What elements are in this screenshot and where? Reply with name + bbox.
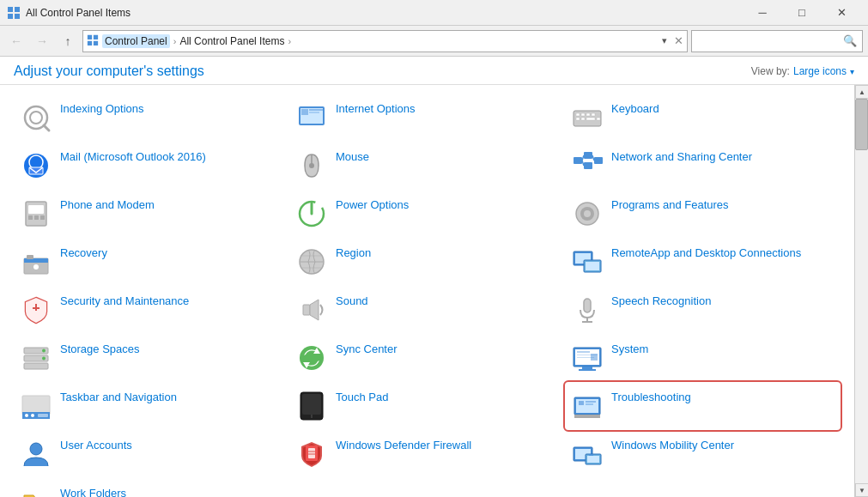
search-box[interactable]: 🔍 <box>691 30 863 52</box>
troubleshooting-icon <box>570 389 604 423</box>
item-sound[interactable]: Sound <box>289 286 565 334</box>
item-touch-pad[interactable]: Touch Pad <box>289 382 565 430</box>
search-input[interactable] <box>697 35 840 47</box>
svg-rect-38 <box>28 205 44 214</box>
svg-rect-32 <box>584 162 592 169</box>
svg-rect-79 <box>591 354 598 361</box>
recovery-label: Recovery <box>60 245 107 261</box>
view-by-chevron-icon[interactable]: ▾ <box>850 67 854 76</box>
item-security-maintenance[interactable]: Security and Maintenance <box>14 286 289 334</box>
item-remoteapp[interactable]: RemoteApp and Desktop Connections <box>565 238 841 286</box>
address-bar-input[interactable]: Control Panel › All Control Panel Items … <box>82 30 688 52</box>
address-folder-icon <box>87 33 99 48</box>
internet-options-icon <box>294 100 329 135</box>
item-taskbar-navigation[interactable]: Taskbar and Navigation <box>14 382 289 430</box>
svg-rect-90 <box>579 401 584 405</box>
minimize-button[interactable]: ─ <box>743 0 782 26</box>
svg-point-94 <box>30 443 42 455</box>
search-icon: 🔍 <box>843 34 857 47</box>
svg-point-82 <box>25 414 28 417</box>
item-indexing-options[interactable]: Indexing Options <box>14 94 289 142</box>
item-windows-defender[interactable]: Windows Defender Firewall <box>289 430 565 478</box>
svg-rect-14 <box>309 109 323 111</box>
svg-point-29 <box>309 163 314 168</box>
scrollbar-up-arrow[interactable]: ▲ <box>855 85 868 99</box>
item-power-options[interactable]: Power Options <box>289 190 565 238</box>
svg-point-50 <box>33 264 39 270</box>
svg-rect-41 <box>40 215 45 220</box>
svg-rect-24 <box>597 118 600 120</box>
taskbar-navigation-icon <box>19 389 53 423</box>
scrollbar-down-arrow[interactable]: ▼ <box>855 483 868 497</box>
keyboard-label: Keyboard <box>611 100 659 117</box>
svg-point-70 <box>42 357 46 361</box>
close-button[interactable]: ✕ <box>822 0 861 26</box>
item-user-accounts[interactable]: User Accounts <box>14 430 289 478</box>
touch-pad-label: Touch Pad <box>336 389 388 405</box>
main-area: Indexing OptionsInternet OptionsKeyboard… <box>0 85 868 497</box>
item-phone-modem[interactable]: Phone and Modem <box>14 190 289 238</box>
address-breadcrumb-all-items[interactable]: All Control Panel Items <box>179 35 284 47</box>
address-breadcrumb-control-panel[interactable]: Control Panel <box>102 34 170 48</box>
mouse-label: Mouse <box>336 148 369 165</box>
item-system[interactable]: System <box>565 334 841 382</box>
svg-line-34 <box>582 155 584 161</box>
item-internet-options[interactable]: Internet Options <box>289 94 565 142</box>
windows-mobility-label: Windows Mobility Center <box>611 437 734 453</box>
item-speech-recognition[interactable]: Speech Recognition <box>565 286 841 334</box>
app-icon <box>7 6 21 20</box>
item-region[interactable]: Region <box>289 238 565 286</box>
mail-label: Mail (Microsoft Outlook 2016) <box>60 148 206 165</box>
storage-spaces-icon <box>19 341 53 375</box>
address-dropdown-chevron[interactable]: ▾ <box>662 35 667 46</box>
scrollbar[interactable]: ▲ ▼ <box>854 85 868 497</box>
item-mail[interactable]: Mail (Microsoft Outlook 2016) <box>14 142 289 190</box>
svg-rect-33 <box>594 157 603 164</box>
sync-center-label: Sync Center <box>336 341 398 357</box>
svg-rect-40 <box>34 215 39 220</box>
view-by-value[interactable]: Large icons <box>793 65 847 77</box>
svg-rect-5 <box>94 35 98 39</box>
item-mouse[interactable]: Mouse <box>289 142 565 190</box>
address-clear-button[interactable]: ✕ <box>674 34 683 47</box>
item-keyboard[interactable]: Keyboard <box>565 94 841 142</box>
keyboard-icon <box>570 100 604 135</box>
svg-point-83 <box>31 414 34 417</box>
network-sharing-icon <box>570 148 604 183</box>
scrollbar-thumb[interactable] <box>855 99 868 150</box>
sync-center-icon <box>294 341 329 375</box>
item-work-folders[interactable]: Work Folders <box>14 478 289 497</box>
item-windows-mobility[interactable]: Windows Mobility Center <box>565 430 841 478</box>
svg-rect-2 <box>8 14 13 19</box>
item-storage-spaces[interactable]: Storage Spaces <box>14 334 289 382</box>
svg-point-69 <box>42 349 46 353</box>
item-recovery[interactable]: Recovery <box>14 238 289 286</box>
svg-rect-75 <box>579 369 596 371</box>
svg-rect-20 <box>592 113 595 116</box>
maximize-button[interactable]: □ <box>782 0 822 26</box>
up-button[interactable]: ↑ <box>57 30 79 52</box>
item-programs-features[interactable]: Programs and Features <box>565 190 841 238</box>
svg-rect-21 <box>576 118 580 120</box>
item-sync-center[interactable]: Sync Center <box>289 334 565 382</box>
power-options-icon <box>294 197 329 231</box>
system-label: System <box>611 341 648 357</box>
title-bar-left: All Control Panel Items <box>7 6 131 20</box>
troubleshooting-label: Troubleshooting <box>611 389 691 405</box>
recovery-icon <box>19 245 53 279</box>
svg-rect-96 <box>308 448 315 458</box>
work-folders-label: Work Folders <box>60 485 126 497</box>
item-network-sharing[interactable]: Network and Sharing Center <box>565 142 841 190</box>
address-separator-2: › <box>288 36 291 46</box>
mouse-icon <box>294 148 329 183</box>
title-bar-controls: ─ □ ✕ <box>743 0 861 26</box>
taskbar-navigation-label: Taskbar and Navigation <box>60 389 177 405</box>
svg-point-46 <box>584 210 591 217</box>
svg-rect-31 <box>584 152 592 159</box>
item-troubleshooting[interactable]: Troubleshooting <box>565 382 841 430</box>
internet-options-label: Internet Options <box>336 100 416 117</box>
svg-rect-23 <box>586 118 595 120</box>
svg-rect-93 <box>574 415 600 418</box>
scrollbar-track[interactable] <box>855 99 868 483</box>
svg-rect-68 <box>24 363 48 369</box>
